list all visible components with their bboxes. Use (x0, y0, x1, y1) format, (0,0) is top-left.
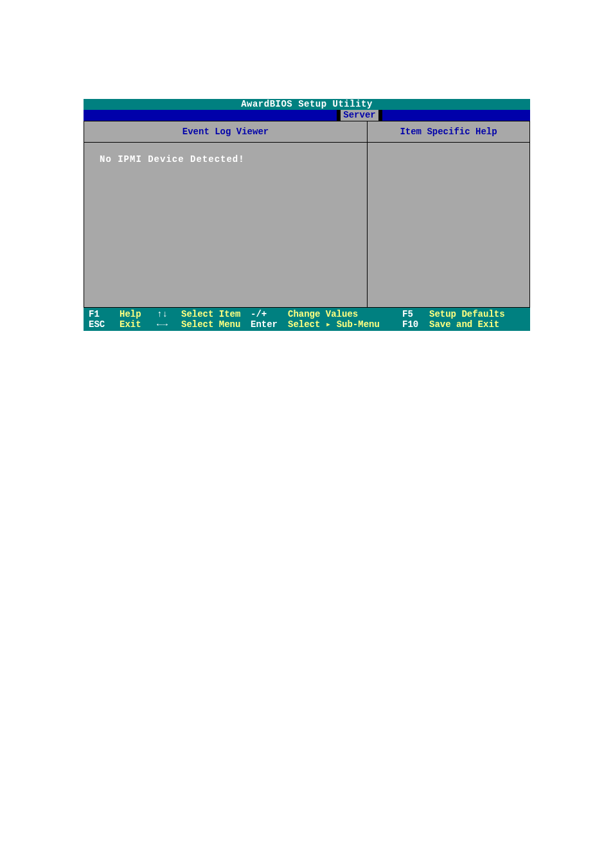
title-bar: AwardBIOS Setup Utility (84, 99, 530, 110)
f1-key[interactable]: F1 (89, 309, 100, 319)
esc-action: Exit (120, 319, 141, 330)
plusminus-action: Change Values (288, 309, 358, 319)
content-area: Event Log Viewer No IPMI Device Detected… (84, 121, 530, 308)
tab-server[interactable]: Server (337, 110, 382, 121)
right-panel-header: Item Specific Help (368, 121, 529, 143)
left-panel-header: Event Log Viewer (84, 121, 367, 143)
menu-bar[interactable]: Server (84, 110, 530, 121)
footer-bar: F1 ESC Help Exit ↑↓ ←→ Select Item Selec… (84, 308, 530, 331)
updown-action: Select Item (181, 309, 240, 319)
plusminus-key[interactable]: -/+ (251, 309, 267, 319)
f5-key[interactable]: F5 (402, 309, 413, 319)
title-text: AwardBIOS Setup Utility (241, 99, 373, 109)
f5-action: Setup Defaults (429, 309, 505, 319)
enter-key[interactable]: Enter (251, 319, 278, 330)
bios-setup-window: AwardBIOS Setup Utility Server Event Log… (84, 99, 530, 332)
leftright-arrows-icon[interactable]: ←→ (157, 319, 168, 330)
f10-action: Save and Exit (429, 319, 499, 330)
f1-action: Help (120, 309, 141, 319)
f10-key[interactable]: F10 (402, 319, 418, 330)
esc-key[interactable]: ESC (89, 319, 105, 330)
left-panel: Event Log Viewer No IPMI Device Detected… (84, 121, 368, 307)
updown-arrows-icon[interactable]: ↑↓ (157, 309, 168, 319)
leftright-action: Select Menu (181, 319, 240, 330)
enter-action: Select ▸ Sub-Menu (288, 319, 380, 330)
left-panel-body: No IPMI Device Detected! (84, 143, 367, 176)
right-panel: Item Specific Help (368, 121, 529, 307)
ipmi-message: No IPMI Device Detected! (100, 154, 245, 164)
